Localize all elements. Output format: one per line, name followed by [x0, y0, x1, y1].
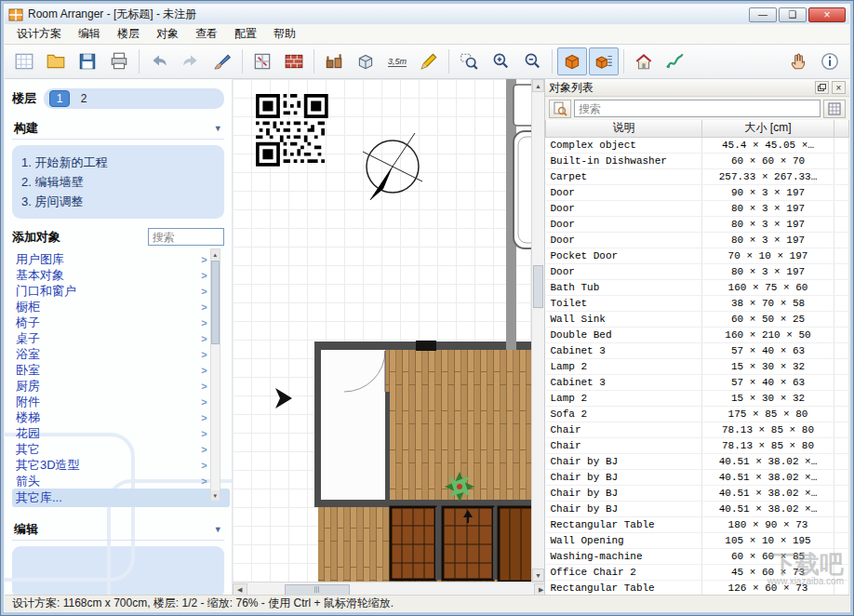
- table-row[interactable]: Sofa 2175 × 85 × 80: [546, 406, 849, 422]
- scroll-up-icon[interactable]: ▲: [532, 79, 544, 92]
- category-item[interactable]: 基本对象>: [12, 267, 230, 283]
- menu-item[interactable]: 楼层: [109, 23, 148, 45]
- table-row[interactable]: Chair78.13 × 85 × 80: [546, 422, 849, 437]
- menu-item[interactable]: 查看: [187, 23, 226, 45]
- table-row[interactable]: Chair by BJ40.51 × 38.02 ×…: [546, 453, 849, 469]
- scroll-thumb[interactable]: [211, 261, 220, 344]
- category-item[interactable]: 其它库...: [12, 489, 230, 507]
- draw-measure-button[interactable]: [414, 47, 444, 75]
- walk-mode-button[interactable]: [661, 47, 690, 75]
- menu-item[interactable]: 编辑: [70, 23, 109, 45]
- print-button[interactable]: [104, 47, 134, 75]
- perspective-box-button[interactable]: [351, 47, 380, 75]
- category-scrollbar[interactable]: ▲ ▼: [210, 248, 220, 502]
- scroll-down-icon[interactable]: ▼: [211, 490, 220, 501]
- redo-button[interactable]: [176, 47, 206, 75]
- house-3d-button[interactable]: [629, 47, 659, 75]
- table-row[interactable]: Rectangular Table126 × 60 × 73: [546, 580, 849, 596]
- table-row[interactable]: Door80 × 3 × 197: [546, 232, 849, 248]
- toggle-3d-view-button[interactable]: [557, 47, 587, 75]
- canvas-vertical-scrollbar[interactable]: ▲ ▼: [531, 79, 544, 582]
- scroll-thumb[interactable]: [285, 584, 350, 596]
- table-row[interactable]: Chair by BJ40.51 × 38.02 ×…: [546, 485, 849, 501]
- table-row[interactable]: Wall Opening105 × 10 × 195: [546, 532, 849, 548]
- add-objects-search-input[interactable]: [148, 228, 224, 246]
- table-row[interactable]: Lamp 215 × 30 × 32: [546, 390, 849, 406]
- category-item[interactable]: 其它>: [12, 441, 230, 457]
- insert-object-button[interactable]: [319, 47, 349, 75]
- minimize-button[interactable]: —: [749, 7, 777, 22]
- zoom-selection-button[interactable]: [454, 47, 484, 75]
- table-row[interactable]: Door80 × 3 × 197: [546, 216, 849, 232]
- menu-item[interactable]: 对象: [148, 23, 187, 45]
- menu-item[interactable]: 帮助: [265, 23, 304, 45]
- paint-brush-button[interactable]: [207, 47, 237, 75]
- table-row[interactable]: Cabinet 357 × 40 × 63: [546, 342, 849, 358]
- close-panel-button[interactable]: ×: [832, 81, 846, 94]
- table-row[interactable]: Chair78.13 × 85 × 80: [546, 437, 849, 453]
- new-drawing-button[interactable]: [9, 47, 39, 75]
- table-row[interactable]: Rectangular Table180 × 90 × 73: [546, 516, 849, 532]
- zoom-in-button[interactable]: [486, 47, 515, 75]
- table-row[interactable]: Wall Sink60 × 50 × 25: [546, 311, 849, 327]
- table-row[interactable]: Door90 × 3 × 197: [546, 184, 849, 200]
- build-step[interactable]: 2. 编辑墙壁: [21, 172, 215, 192]
- table-row[interactable]: Pocket Door70 × 10 × 197: [546, 248, 849, 263]
- category-item[interactable]: 其它3D造型>: [12, 457, 230, 473]
- column-header-description[interactable]: 说明: [546, 120, 702, 137]
- table-row[interactable]: Door80 × 3 × 197: [546, 200, 849, 216]
- toggle-object-list-button[interactable]: [589, 47, 619, 75]
- scroll-up-icon[interactable]: ▲: [211, 249, 220, 260]
- table-row[interactable]: Bath Tub160 × 75 × 60: [546, 279, 849, 295]
- category-item[interactable]: 卧室>: [12, 362, 230, 378]
- menu-item[interactable]: 设计方案: [8, 23, 70, 45]
- list-view-options-button[interactable]: [823, 100, 846, 118]
- table-row[interactable]: Office Chair 245 × 60 × 73: [546, 564, 849, 580]
- object-search-input[interactable]: [574, 100, 821, 117]
- category-item[interactable]: 箭头>: [12, 473, 230, 489]
- category-item[interactable]: 厨房>: [12, 378, 230, 394]
- insert-wall-button[interactable]: [247, 47, 277, 75]
- titlebar[interactable]: Room Arranger - [无标题] - 未注册 — ❑ ×: [5, 5, 849, 24]
- brick-wall-button[interactable]: [279, 47, 309, 75]
- dimensions-button[interactable]: 3,5m: [382, 47, 412, 75]
- scroll-thumb[interactable]: [533, 265, 543, 308]
- search-options-button[interactable]: [549, 100, 571, 118]
- save-project-button[interactable]: [73, 47, 102, 75]
- category-item[interactable]: 浴室>: [12, 346, 230, 362]
- open-project-button[interactable]: [41, 47, 71, 75]
- maximize-button[interactable]: ❑: [779, 7, 807, 22]
- zoom-out-button[interactable]: [517, 47, 547, 75]
- build-step[interactable]: 1. 开始新的工程: [21, 153, 215, 172]
- table-row[interactable]: Door80 × 3 × 197: [546, 263, 849, 279]
- category-item[interactable]: 楼梯>: [12, 409, 230, 425]
- table-row[interactable]: Double Bed160 × 210 × 50: [546, 327, 849, 342]
- category-item[interactable]: 花园>: [12, 425, 230, 441]
- floor-tab-1[interactable]: 1: [49, 90, 70, 107]
- category-item[interactable]: 椅子>: [12, 315, 230, 330]
- undo-button[interactable]: [144, 47, 174, 75]
- about-info-button[interactable]: [815, 47, 845, 75]
- menu-item[interactable]: 配置: [226, 23, 265, 45]
- category-item[interactable]: 桌子>: [12, 330, 230, 346]
- category-item[interactable]: 门口和窗户>: [12, 283, 230, 299]
- table-row[interactable]: Cabinet 357 × 40 × 63: [546, 374, 849, 390]
- column-header-size[interactable]: 大小 [cm]: [702, 120, 834, 137]
- close-button[interactable]: ×: [808, 7, 846, 22]
- table-row[interactable]: Lamp 215 × 30 × 32: [546, 358, 849, 374]
- table-row[interactable]: Chair by BJ40.51 × 38.02 ×…: [546, 469, 849, 485]
- table-row[interactable]: Chair by BJ40.51 × 38.02 ×…: [546, 501, 849, 516]
- category-item[interactable]: 用户图库>: [12, 251, 230, 267]
- category-item[interactable]: 橱柜>: [12, 299, 230, 315]
- table-row[interactable]: Built-in Dishwasher60 × 60 × 70: [546, 153, 849, 168]
- scroll-down-icon[interactable]: ▼: [532, 569, 544, 582]
- edit-section-header[interactable]: 编辑 ▼: [12, 519, 224, 541]
- table-row[interactable]: Toilet38 × 70 × 58: [546, 295, 849, 311]
- pointer-hand-button[interactable]: [783, 47, 813, 75]
- float-panel-button[interactable]: [815, 81, 829, 94]
- category-item[interactable]: 附件>: [12, 394, 230, 409]
- table-row[interactable]: Carpet257.33 × 267.33…: [546, 168, 849, 184]
- build-section-header[interactable]: 构建 ▼: [12, 118, 224, 140]
- floor-tab-2[interactable]: 2: [73, 90, 94, 107]
- column-options-button[interactable]: [834, 120, 849, 137]
